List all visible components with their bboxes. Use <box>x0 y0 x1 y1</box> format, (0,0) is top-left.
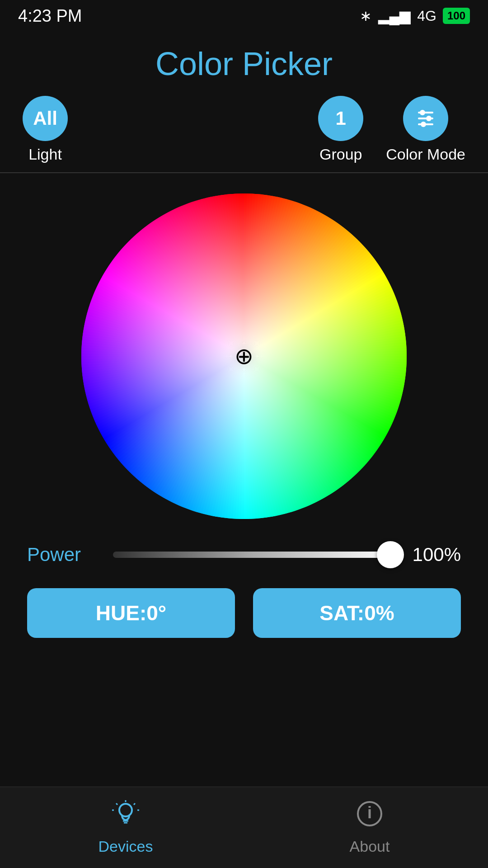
svg-point-6 <box>119 804 132 816</box>
svg-line-10 <box>134 803 135 805</box>
group-circle[interactable]: 1 <box>318 96 363 141</box>
hue-button[interactable]: HUE:0° <box>27 588 235 638</box>
all-light-circle[interactable]: All <box>23 96 68 141</box>
group-label: Group <box>319 146 362 163</box>
power-value: 100% <box>407 544 461 566</box>
network-icon: 4G <box>417 8 436 24</box>
bluetooth-icon: ∗ <box>360 7 372 24</box>
status-icons: ∗ ▂▄▆ 4G 100 <box>360 7 470 24</box>
group-button[interactable]: 1 Group <box>318 96 363 163</box>
page-header: Color Picker <box>0 32 488 91</box>
power-slider-track[interactable] <box>113 552 393 558</box>
power-label: Power <box>27 544 99 566</box>
hue-sat-row: HUE:0° SAT:0% <box>0 575 488 651</box>
power-slider-thumb[interactable] <box>377 541 404 568</box>
power-section: Power 100% <box>0 535 488 575</box>
color-wheel-container[interactable]: ⊕ <box>79 191 409 521</box>
color-wheel[interactable]: ⊕ <box>79 191 409 521</box>
color-wheel-section: ⊕ <box>0 173 488 535</box>
color-mode-button[interactable]: Color Mode <box>386 96 465 163</box>
svg-point-1 <box>420 110 425 115</box>
devices-icon <box>112 800 139 833</box>
devices-label: Devices <box>99 838 153 855</box>
status-bar: 4:23 PM ∗ ▂▄▆ 4G 100 <box>0 0 488 32</box>
nav-devices[interactable]: Devices <box>99 800 153 855</box>
bottom-nav: Devices i About <box>0 787 488 868</box>
nav-about[interactable]: i About <box>350 800 390 855</box>
sat-button[interactable]: SAT:0% <box>253 588 461 638</box>
controls-right: 1 Group Color Mode <box>318 96 465 163</box>
all-light-button[interactable]: All Light <box>23 96 68 163</box>
battery-icon: 100 <box>443 8 470 24</box>
color-wheel-canvas-element[interactable] <box>79 191 409 521</box>
svg-line-11 <box>116 803 117 805</box>
color-mode-label: Color Mode <box>386 146 465 163</box>
sliders-icon <box>414 107 437 130</box>
page-title: Color Picker <box>18 45 470 82</box>
svg-point-3 <box>426 116 432 121</box>
signal-icon: ▂▄▆ <box>378 7 411 24</box>
about-icon: i <box>356 800 383 833</box>
about-label: About <box>350 838 390 855</box>
all-light-label: Light <box>28 146 62 163</box>
color-mode-circle[interactable] <box>403 96 448 141</box>
controls-row: All Light 1 Group Color Mode <box>0 91 488 172</box>
status-time: 4:23 PM <box>18 6 82 26</box>
svg-point-5 <box>421 122 426 127</box>
svg-text:i: i <box>367 803 372 822</box>
